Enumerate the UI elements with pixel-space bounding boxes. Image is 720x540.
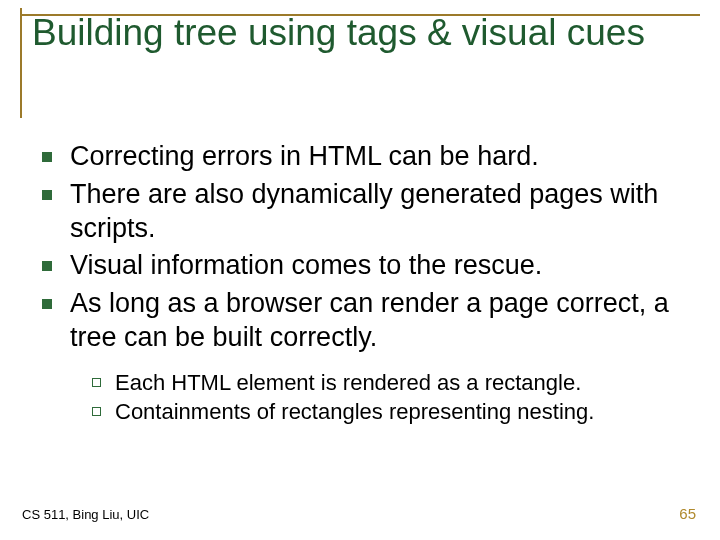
sub-bullet-text: Containments of rectangles representing …: [115, 398, 594, 426]
hollow-square-bullet-icon: [92, 378, 101, 387]
square-bullet-icon: [42, 152, 52, 162]
list-item: Containments of rectangles representing …: [92, 398, 690, 426]
sub-bullet-block: Each HTML element is rendered as a recta…: [92, 369, 690, 426]
square-bullet-icon: [42, 190, 52, 200]
bullet-text: As long as a browser can render a page c…: [70, 287, 690, 355]
body-content: Correcting errors in HTML can be hard. T…: [42, 140, 690, 428]
bullet-text: Visual information comes to the rescue.: [70, 249, 542, 283]
sub-bullet-text: Each HTML element is rendered as a recta…: [115, 369, 581, 397]
hollow-square-bullet-icon: [92, 407, 101, 416]
footer-left: CS 511, Bing Liu, UIC: [22, 507, 149, 522]
list-item: Correcting errors in HTML can be hard.: [42, 140, 690, 174]
list-item: As long as a browser can render a page c…: [42, 287, 690, 355]
bullet-text: There are also dynamically generated pag…: [70, 178, 690, 246]
bullet-text: Correcting errors in HTML can be hard.: [70, 140, 539, 174]
slide: Building tree using tags & visual cues C…: [0, 0, 720, 540]
slide-number: 65: [679, 505, 696, 522]
list-item: There are also dynamically generated pag…: [42, 178, 690, 246]
square-bullet-icon: [42, 261, 52, 271]
list-item: Visual information comes to the rescue.: [42, 249, 690, 283]
title-accent-bar: [20, 8, 22, 118]
title-block: Building tree using tags & visual cues: [20, 8, 700, 56]
square-bullet-icon: [42, 299, 52, 309]
list-item: Each HTML element is rendered as a recta…: [92, 369, 690, 397]
slide-title: Building tree using tags & visual cues: [20, 8, 700, 56]
